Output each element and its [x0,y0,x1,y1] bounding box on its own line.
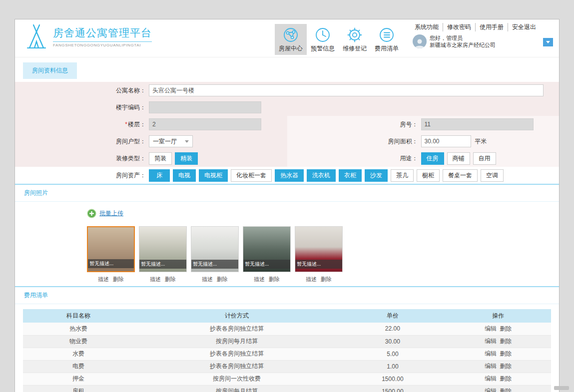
fees-section-title: 费用清单 [15,286,559,304]
decoration-option[interactable]: 精装 [175,152,198,165]
photo-thumbnail[interactable]: 暂无描述... [191,226,239,272]
edit-link[interactable]: 编辑 [485,375,497,382]
nav-label: 费用清单 [372,44,402,53]
area-label: 房间面积： [287,137,421,146]
nav-label: 维修登记 [340,44,370,53]
fee-price: 1.00 [340,360,445,373]
chevron-down-icon [185,140,189,143]
asset-option[interactable]: 空调 [481,169,504,182]
area-input[interactable] [421,135,471,147]
photo-thumbnail[interactable]: 暂无描述... [243,226,291,272]
asset-option[interactable]: 电视 [173,169,196,182]
delete-link[interactable]: 删除 [500,363,512,370]
photo-thumbnail[interactable]: 暂无描述... [295,226,343,272]
room-info-form: 公寓名称： 楼宇编码： *楼层： 房号： 房间户型： 一室一厅 [15,82,559,184]
link-logout[interactable]: 安全退出 [508,23,540,31]
link-system-functions[interactable]: 系统功能 [411,23,443,31]
delete-link[interactable]: 删除 [500,338,512,345]
asset-option[interactable]: 沙发 [365,169,388,182]
edit-link[interactable]: 编辑 [485,350,497,357]
link-change-password[interactable]: 修改密码 [443,23,475,31]
photo-delete-link[interactable]: 删除 [113,276,124,282]
photo-actions: 描述删除 [295,276,343,283]
form-row-assets: 房间资产： 床 电视 电视柜 化妆柜一套 热水器 洗衣机 衣柜 沙发 茶几 橱柜… [15,167,559,184]
usage-option[interactable]: 商铺 [447,152,470,165]
user-company: 新疆城市之家房产经纪公司 [430,41,496,48]
photo-thumbnail[interactable]: 暂无描述... [139,226,187,272]
asset-option[interactable]: 橱柜 [417,169,440,182]
room-no-input[interactable] [421,118,534,130]
person-icon [414,38,425,48]
usage-option[interactable]: 自用 [473,152,496,165]
collapse-toggle[interactable] [543,38,553,46]
photo-delete-link[interactable]: 删除 [269,276,280,282]
photo-describe-link[interactable]: 描述 [98,276,109,282]
asset-option[interactable]: 化妆柜一套 [231,169,272,182]
decoration-option[interactable]: 简装 [149,152,172,165]
asset-option[interactable]: 茶几 [391,169,414,182]
photo-delete-link[interactable]: 删除 [321,276,332,282]
table-row: 电费 抄表各房间独立结算 1.00 编辑删除 [23,360,551,373]
floor-input[interactable] [149,118,261,130]
decoration-label: 装修类型： [15,154,149,163]
tab-bar: 房间资料信息 [15,57,559,82]
photo-item: 暂无描述... 描述删除 [191,226,239,283]
photo-actions: 描述删除 [87,276,135,283]
photo-describe-link[interactable]: 描述 [254,276,265,282]
building-code-input[interactable] [149,101,261,113]
tab-room-info[interactable]: 房间资料信息 [23,62,77,79]
fee-name: 热水费 [23,323,134,335]
edit-link[interactable]: 编辑 [485,338,497,345]
photo-delete-link[interactable]: 删除 [165,276,176,282]
nav-repair-register[interactable]: 维修登记 [339,24,371,55]
asset-option[interactable]: 洗衣机 [307,169,336,182]
photo-actions: 描述删除 [191,276,239,283]
asset-option[interactable]: 衣柜 [339,169,362,182]
delete-link[interactable]: 删除 [500,325,512,332]
header: 房舍通公寓管理平台 FANGSHETONGGONGYUGUANLIPINGTAI [15,19,559,57]
table-row: 房租 按房间每月结算 1500.00 编辑删除 [23,385,551,392]
layout-label: 房间户型： [15,137,149,146]
asset-option[interactable]: 热水器 [275,169,304,182]
nav-house-center[interactable]: 房屋中心 [275,24,307,55]
assets-options: 床 电视 电视柜 化妆柜一套 热水器 洗衣机 衣柜 沙发 茶几 橱柜 餐桌一套 … [149,169,507,182]
fee-name: 押金 [23,373,134,385]
photo-describe-link[interactable]: 描述 [150,276,161,282]
nav-fee-list[interactable]: 费用清单 [371,24,403,55]
delete-link[interactable]: 删除 [500,388,512,392]
photo-delete-link[interactable]: 删除 [217,276,228,282]
clock-icon [314,26,331,43]
nav-warning-info[interactable]: 预警信息 [307,24,339,55]
photo-describe-link[interactable]: 描述 [306,276,317,282]
apartment-name-input[interactable] [149,84,544,96]
delete-link[interactable]: 删除 [500,375,512,382]
building-code-label: 楼宇编码： [15,103,149,112]
asset-option[interactable]: 床 [149,169,170,182]
batch-upload-link[interactable]: 批量上传 [87,209,123,218]
floor-label-text: 楼层： [128,121,146,128]
usage-field: 用途： 住房 商铺 自用 [287,150,560,167]
room-layout-select[interactable]: 一室一厅 [149,135,193,147]
horizontal-scrollbar[interactable] [554,386,569,390]
photo-actions: 描述删除 [139,276,187,283]
form-row-floor-roomno: *楼层： 房号： [15,116,559,133]
usage-option[interactable]: 住房 [421,152,444,165]
photo-strip: 暂无描述... 描述删除 暂无描述... 描述删除 暂无描述... [87,226,549,283]
fee-method: 按房间每月结算 [134,385,340,392]
photo-item: 暂无描述... 描述删除 [87,226,135,283]
user-row: 您好，管理员 新疆城市之家房产经纪公司 [411,34,540,48]
edit-link[interactable]: 编辑 [485,363,497,370]
form-row-decoration-usage: 装修类型： 简装 精装 用途： 住房 商铺 自用 [15,150,559,167]
required-mark: * [125,121,127,128]
fee-price: 1500.00 [340,385,445,392]
edit-link[interactable]: 编辑 [485,325,497,332]
edit-link[interactable]: 编辑 [485,388,497,392]
asset-option[interactable]: 电视柜 [199,169,228,182]
photo-item: 暂无描述... 描述删除 [243,226,291,283]
link-user-manual[interactable]: 使用手册 [475,23,508,31]
photo-thumbnail[interactable]: 暂无描述... [87,226,135,272]
asset-option[interactable]: 餐桌一套 [443,169,478,182]
delete-link[interactable]: 删除 [500,350,512,357]
photo-describe-link[interactable]: 描述 [202,276,213,282]
gear-icon [346,26,363,43]
